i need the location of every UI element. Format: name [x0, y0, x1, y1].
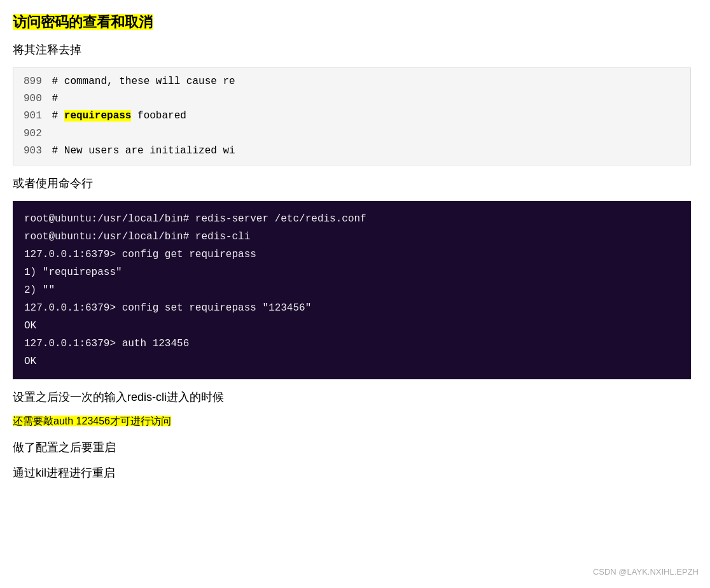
- code-line-900: 900 #: [24, 90, 680, 108]
- watermark: CSDN @LAYK.NXIHL.EPZH: [593, 567, 699, 577]
- line-num-901: 901: [24, 108, 46, 125]
- line-content-899: # command, these will cause re: [52, 76, 235, 87]
- line-content-900: #: [52, 93, 59, 104]
- dark-line-3: 127.0.0.1:6379> config get requirepass: [24, 246, 679, 263]
- dark-line-5: 2) "": [24, 281, 679, 299]
- page-content: 访问密码的查看和取消 将其注释去掉 899 # command, these w…: [13, 13, 691, 480]
- line-content-903: # New users are initialized wi: [52, 145, 235, 157]
- line-num-900: 900: [24, 90, 46, 108]
- note1: 设置之后没一次的输入redis-cli进入的时候: [13, 389, 691, 405]
- line-num-902: 902: [24, 125, 46, 143]
- code-block-light: 899 # command, these will cause re 900 #…: [13, 67, 691, 165]
- note4: 通过kil进程进行重启: [13, 465, 691, 480]
- note3: 做了配置之后要重启: [13, 440, 691, 455]
- dark-line-6: 127.0.0.1:6379> config set requirepass "…: [24, 299, 679, 317]
- dark-line-7: OK: [24, 317, 679, 335]
- line-content-901: # requirepass foobared: [52, 110, 186, 122]
- subtitle2: 或者使用命令行: [13, 176, 691, 191]
- code-line-903: 903 # New users are initialized wi: [24, 143, 680, 160]
- main-title: 访问密码的查看和取消: [13, 14, 153, 30]
- code-block-dark: root@ubuntu:/usr/local/bin# redis-server…: [13, 201, 691, 379]
- code-line-901: 901 # requirepass foobared: [24, 108, 680, 125]
- dark-line-8: 127.0.0.1:6379> auth 123456: [24, 335, 679, 353]
- subtitle1: 将其注释去掉: [13, 42, 691, 57]
- keyword-requirepass: requirepass: [64, 110, 132, 122]
- dark-line-2: root@ubuntu:/usr/local/bin# redis-cli: [24, 228, 679, 246]
- dark-line-1: root@ubuntu:/usr/local/bin# redis-server…: [24, 210, 679, 228]
- line-num-903: 903: [24, 143, 46, 160]
- code-line-899: 899 # command, these will cause re: [24, 73, 680, 90]
- line-content-902: [52, 128, 59, 139]
- note2-highlighted: 还需要敲auth 123456才可进行访问: [13, 416, 171, 426]
- main-title-wrapper: 访问密码的查看和取消: [13, 13, 691, 32]
- dark-line-4: 1) "requirepass": [24, 263, 679, 281]
- note2-wrapper: 还需要敲auth 123456才可进行访问: [13, 415, 691, 428]
- dark-line-9: OK: [24, 353, 679, 370]
- code-line-902: 902: [24, 125, 680, 143]
- line-num-899: 899: [24, 73, 46, 90]
